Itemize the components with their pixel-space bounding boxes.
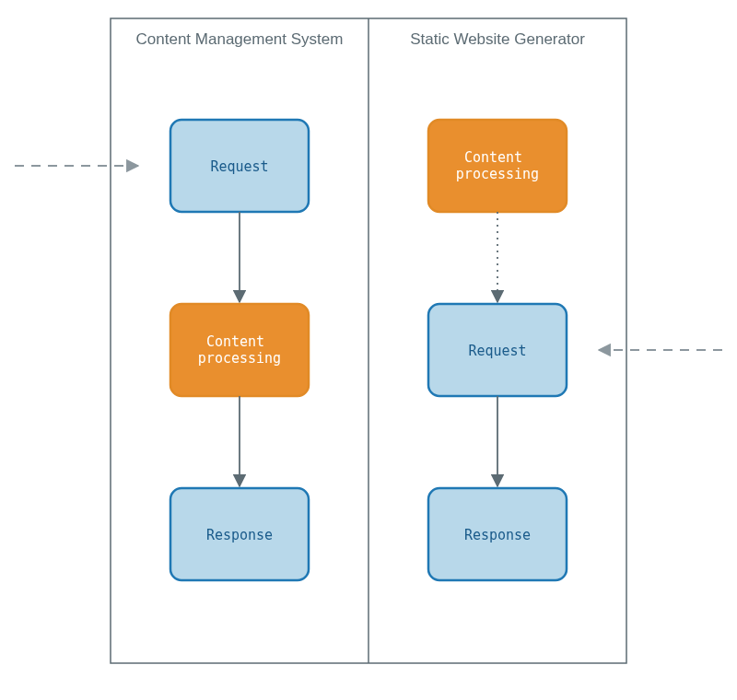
- diagram-canvas: Content Management System Static Website…: [0, 0, 737, 700]
- box-cms-request: Request: [170, 120, 309, 212]
- box-cms-request-label: Request: [210, 158, 268, 175]
- box-swg-response: Response: [428, 488, 567, 580]
- box-cms-content: Content processing: [170, 304, 309, 396]
- box-cms-content-label-2: processing: [198, 350, 281, 367]
- svg-text:Content
      processing: Content processing: [456, 149, 539, 182]
- box-cms-content-label-1: Content: [206, 333, 264, 350]
- box-swg-request-label: Request: [468, 343, 526, 359]
- box-swg-request: Request: [428, 304, 567, 396]
- svg-text:Content
      processing: Content processing: [198, 333, 281, 367]
- column-title-left: Content Management System: [136, 30, 344, 48]
- box-swg-content-label-2: processing: [456, 166, 539, 182]
- box-swg-content: Content processing: [428, 120, 567, 212]
- box-swg-content-label-1: Content: [464, 149, 522, 166]
- box-swg-response-label: Response: [464, 527, 531, 543]
- box-cms-response-label: Response: [206, 527, 273, 543]
- column-title-right: Static Website Generator: [410, 30, 585, 48]
- box-cms-response: Response: [170, 488, 309, 580]
